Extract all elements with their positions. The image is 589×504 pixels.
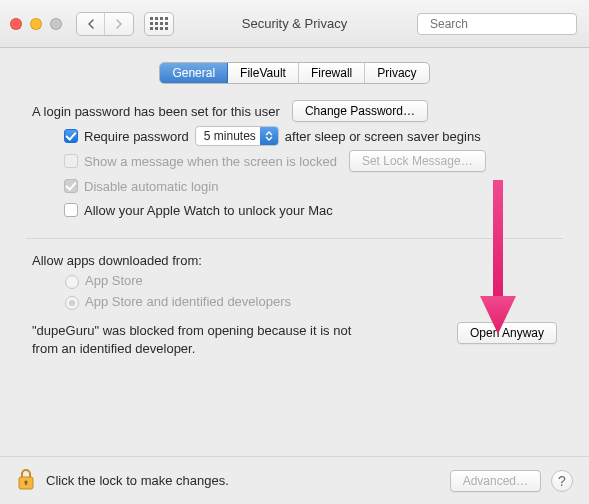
identified-radio [65, 296, 79, 310]
appstore-radio-label: App Store [85, 273, 143, 288]
help-button[interactable]: ? [551, 470, 573, 492]
search-field[interactable] [417, 13, 577, 35]
show-message-row: Show a message when the screen is locked… [60, 150, 557, 172]
disable-auto-login-row: Disable automatic login [60, 176, 557, 196]
close-window-icon[interactable] [10, 18, 22, 30]
require-password-label: Require password [84, 129, 189, 144]
advanced-button: Advanced… [450, 470, 541, 492]
require-password-suffix: after sleep or screen saver begins [285, 129, 481, 144]
show-message-checkbox [64, 154, 78, 168]
grid-icon [150, 17, 168, 30]
lock-icon[interactable] [16, 467, 36, 494]
require-password-checkbox[interactable] [64, 129, 78, 143]
login-password-row: A login password has been set for this u… [32, 100, 557, 122]
back-button[interactable] [77, 13, 105, 35]
blocked-app-row: "dupeGuru" was blocked from opening beca… [32, 322, 557, 358]
open-anyway-button[interactable]: Open Anyway [457, 322, 557, 344]
search-input[interactable] [428, 16, 582, 32]
blocked-app-message: "dupeGuru" was blocked from opening beca… [32, 322, 372, 358]
tab-bar: General FileVault Firewall Privacy [20, 62, 569, 84]
apple-watch-checkbox[interactable] [64, 203, 78, 217]
downloads-appstore-row: App Store [60, 272, 557, 289]
section-divider [26, 238, 563, 239]
tab-privacy[interactable]: Privacy [365, 63, 428, 83]
forward-button[interactable] [105, 13, 133, 35]
minimize-window-icon[interactable] [30, 18, 42, 30]
traffic-lights [10, 18, 62, 30]
svg-rect-4 [25, 482, 27, 485]
footer-bar: Click the lock to make changes. Advanced… [0, 456, 589, 504]
set-lock-message-button: Set Lock Message… [349, 150, 486, 172]
zoom-window-icon [50, 18, 62, 30]
tab-general[interactable]: General [160, 63, 228, 83]
require-password-row: Require password 5 minutes after sleep o… [60, 126, 557, 146]
downloads-identified-row: App Store and identified developers [60, 293, 557, 310]
disable-auto-login-label: Disable automatic login [84, 179, 218, 194]
nav-back-forward [76, 12, 134, 36]
disable-auto-login-checkbox [64, 179, 78, 193]
require-password-delay-value: 5 minutes [204, 129, 256, 143]
appstore-radio [65, 275, 79, 289]
lock-hint-text: Click the lock to make changes. [46, 473, 229, 488]
apple-watch-label: Allow your Apple Watch to unlock your Ma… [84, 203, 333, 218]
tab-filevault[interactable]: FileVault [228, 63, 299, 83]
downloads-heading-row: Allow apps downloaded from: [32, 253, 557, 268]
window-titlebar: Security & Privacy [0, 0, 589, 48]
tab-firewall[interactable]: Firewall [299, 63, 365, 83]
require-password-delay-select[interactable]: 5 minutes [195, 126, 279, 146]
select-stepper-icon [260, 127, 278, 145]
identified-radio-label: App Store and identified developers [85, 294, 291, 309]
show-message-label: Show a message when the screen is locked [84, 154, 337, 169]
apple-watch-row: Allow your Apple Watch to unlock your Ma… [60, 200, 557, 220]
downloads-heading: Allow apps downloaded from: [32, 253, 202, 268]
show-all-button[interactable] [144, 12, 174, 36]
login-password-text: A login password has been set for this u… [32, 104, 280, 119]
change-password-button[interactable]: Change Password… [292, 100, 428, 122]
